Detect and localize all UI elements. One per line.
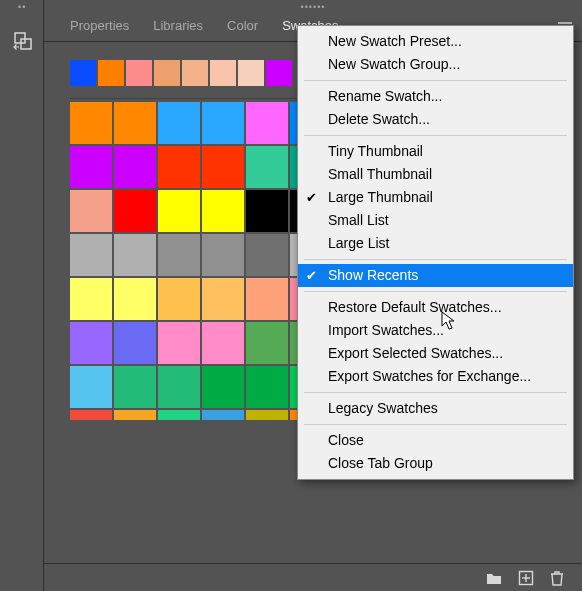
- swatch[interactable]: [158, 366, 200, 408]
- swatch[interactable]: [158, 190, 200, 232]
- swatch[interactable]: [246, 190, 288, 232]
- swap-colors-icon[interactable]: [12, 30, 34, 52]
- swatch[interactable]: [246, 322, 288, 364]
- swatch[interactable]: [114, 366, 156, 408]
- swatch[interactable]: [158, 102, 200, 144]
- recent-swatch[interactable]: [154, 60, 180, 86]
- folder-icon[interactable]: [486, 571, 502, 585]
- swatch[interactable]: [70, 190, 112, 232]
- swatch[interactable]: [70, 146, 112, 188]
- recent-swatch[interactable]: [238, 60, 264, 86]
- swatch[interactable]: [246, 278, 288, 320]
- swatch[interactable]: [246, 410, 288, 420]
- new-swatch-icon[interactable]: [518, 570, 534, 586]
- swatch[interactable]: [70, 366, 112, 408]
- menu-separator: [304, 80, 567, 81]
- check-icon: ✔: [306, 186, 317, 209]
- swatch[interactable]: [202, 234, 244, 276]
- menu-delete-swatch[interactable]: Delete Swatch...: [298, 108, 573, 131]
- swatch[interactable]: [114, 146, 156, 188]
- menu-restore-defaults[interactable]: Restore Default Swatches...: [298, 296, 573, 319]
- panel-footer: [44, 563, 582, 591]
- swatch[interactable]: [202, 366, 244, 408]
- menu-separator: [304, 424, 567, 425]
- swatch[interactable]: [246, 234, 288, 276]
- recent-swatch[interactable]: [266, 60, 292, 86]
- swatch[interactable]: [158, 410, 200, 420]
- swatch[interactable]: [70, 102, 112, 144]
- menu-close-tab-group[interactable]: Close Tab Group: [298, 452, 573, 475]
- swatch[interactable]: [114, 410, 156, 420]
- swatch[interactable]: [158, 278, 200, 320]
- menu-separator: [304, 291, 567, 292]
- menu-legacy-swatches[interactable]: Legacy Swatches: [298, 397, 573, 420]
- left-toolbar: ••: [0, 0, 44, 591]
- menu-large-list[interactable]: Large List: [298, 232, 573, 255]
- menu-new-swatch-preset[interactable]: New Swatch Preset...: [298, 30, 573, 53]
- menu-new-swatch-group[interactable]: New Swatch Group...: [298, 53, 573, 76]
- swatch[interactable]: [70, 410, 112, 420]
- menu-small-thumbnail[interactable]: Small Thumbnail: [298, 163, 573, 186]
- swatch[interactable]: [202, 190, 244, 232]
- svg-rect-1: [21, 39, 31, 49]
- menu-separator: [304, 392, 567, 393]
- tab-properties[interactable]: Properties: [58, 12, 141, 41]
- menu-large-thumbnail[interactable]: ✔Large Thumbnail: [298, 186, 573, 209]
- menu-item-label: Show Recents: [328, 267, 418, 283]
- menu-separator: [304, 135, 567, 136]
- menu-small-list[interactable]: Small List: [298, 209, 573, 232]
- svg-rect-0: [15, 33, 25, 43]
- swatch[interactable]: [114, 234, 156, 276]
- swatch[interactable]: [114, 102, 156, 144]
- swatch[interactable]: [202, 278, 244, 320]
- menu-tiny-thumbnail[interactable]: Tiny Thumbnail: [298, 140, 573, 163]
- check-icon: ✔: [306, 264, 317, 287]
- swatch[interactable]: [158, 322, 200, 364]
- menu-rename-swatch[interactable]: Rename Swatch...: [298, 85, 573, 108]
- tab-color[interactable]: Color: [215, 12, 270, 41]
- swatch[interactable]: [114, 322, 156, 364]
- swatch[interactable]: [114, 190, 156, 232]
- menu-export-exchange[interactable]: Export Swatches for Exchange...: [298, 365, 573, 388]
- panel-grip[interactable]: ••••••: [44, 2, 582, 12]
- recent-swatch[interactable]: [126, 60, 152, 86]
- recent-swatch[interactable]: [182, 60, 208, 86]
- trash-icon[interactable]: [550, 570, 564, 586]
- menu-export-selected[interactable]: Export Selected Swatches...: [298, 342, 573, 365]
- swatch[interactable]: [246, 102, 288, 144]
- swatch[interactable]: [202, 322, 244, 364]
- swatch[interactable]: [70, 322, 112, 364]
- tab-libraries[interactable]: Libraries: [141, 12, 215, 41]
- recent-swatch[interactable]: [98, 60, 124, 86]
- swatch[interactable]: [158, 234, 200, 276]
- menu-separator: [304, 259, 567, 260]
- swatch[interactable]: [114, 278, 156, 320]
- swatch[interactable]: [158, 146, 200, 188]
- swatch[interactable]: [246, 366, 288, 408]
- swatch[interactable]: [246, 146, 288, 188]
- recent-swatch[interactable]: [210, 60, 236, 86]
- menu-import-swatches[interactable]: Import Swatches...: [298, 319, 573, 342]
- recent-swatch[interactable]: [70, 60, 96, 86]
- menu-close[interactable]: Close: [298, 429, 573, 452]
- swatch[interactable]: [70, 278, 112, 320]
- swatch[interactable]: [202, 146, 244, 188]
- drag-handle[interactable]: ••: [18, 2, 26, 12]
- menu-item-label: Large Thumbnail: [328, 189, 433, 205]
- swatches-context-menu: New Swatch Preset... New Swatch Group...…: [297, 25, 574, 480]
- swatch[interactable]: [70, 234, 112, 276]
- swatch[interactable]: [202, 410, 244, 420]
- menu-show-recents[interactable]: ✔Show Recents: [298, 264, 573, 287]
- swatch[interactable]: [202, 102, 244, 144]
